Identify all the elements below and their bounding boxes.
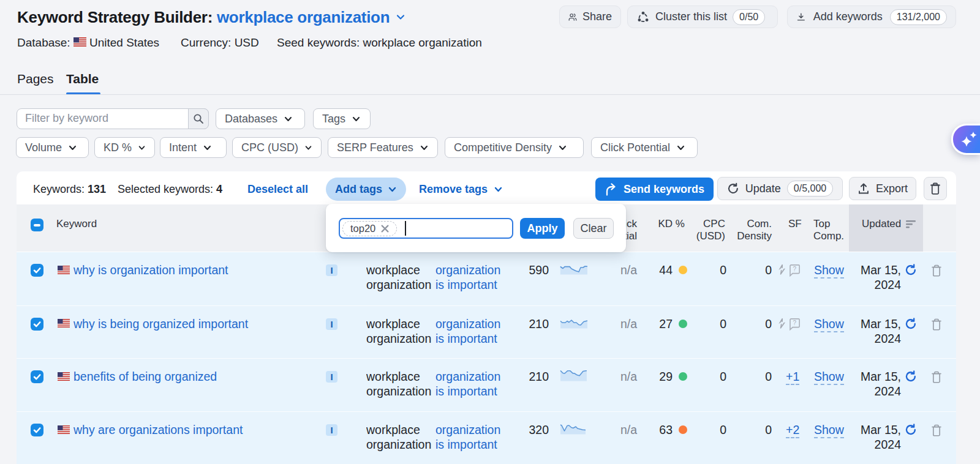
- svg-text:?: ?: [793, 320, 797, 326]
- svg-text:?: ?: [793, 266, 797, 272]
